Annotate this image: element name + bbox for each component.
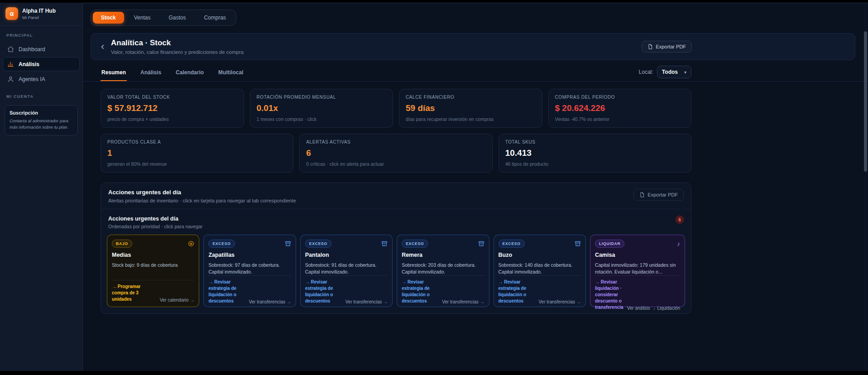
subtab-analisis[interactable]: Análisis [139, 66, 162, 81]
action-card-body: Sobrestock: 140 días de cobertura. Capit… [499, 262, 581, 275]
kpi-card-productos-clase-a[interactable]: PRODUCTOS CLASE A 1 generan el 80% del r… [101, 134, 293, 173]
subtab-multilocal[interactable]: Multilocal [217, 66, 244, 81]
kpi-sub: 1 meses con compras · click [257, 116, 387, 122]
section-account-label: MI CUENTA [0, 87, 82, 102]
document-icon [647, 44, 653, 49]
kpi-label: VALOR TOTAL DEL STOCK [107, 95, 237, 100]
kpi-sub: días para recuperar inversión en compras [406, 116, 536, 122]
alerts-count-badge: 6 [676, 216, 684, 224]
box-icon [285, 240, 291, 247]
primary-action-link[interactable]: → Revisar estrategia de liquidación o de… [305, 279, 342, 304]
arrow-down-circle-icon [188, 240, 194, 247]
top-area: Stock Ventas Gastos Compras [83, 3, 868, 26]
tab-gastos[interactable]: Gastos [160, 12, 194, 24]
action-card-pantalon[interactable]: EXCESO Pantalon Sobrestock: 91 días de c… [300, 235, 393, 307]
primary-action-link[interactable]: → Revisar estrategia de liquidación o de… [499, 279, 535, 304]
home-icon [7, 46, 14, 53]
box-icon [478, 240, 484, 247]
sidebar-item-analisis[interactable]: Análisis [3, 57, 80, 71]
sidebar: α Alpha IT Hub Mi Panel PRINCIPAL Dashbo… [0, 3, 83, 371]
kpi-sub: precio de compra × unidades [107, 116, 237, 122]
section-principal-label: PRINCIPAL [0, 26, 82, 41]
scrollbar-thumb[interactable] [864, 31, 867, 172]
export-pdf-label: Exportar PDF [656, 44, 686, 49]
sidebar-item-agentes-ia[interactable]: Agentes IA [3, 72, 80, 86]
action-card-zapatillas[interactable]: EXCESO Zapatillas Sobrestock: 97 días de… [203, 235, 296, 307]
secondary-link[interactable]: Ver transferencias → [442, 299, 484, 304]
tab-compras[interactable]: Compras [196, 12, 234, 24]
action-card-title: Camisa [595, 252, 680, 258]
actions-inner-subtitle: Ordenadas por prioridad · click para nav… [108, 224, 202, 229]
sidebar-item-label: Agentes IA [19, 76, 45, 82]
secondary-link[interactable]: Ver calendario → [160, 298, 195, 303]
secondary-link[interactable]: Ver transferencias → [249, 299, 291, 304]
actions-panel-titles: Acciones urgentes del día Alertas priori… [108, 189, 296, 203]
sub-tabs: Resumen Análisis Calendario Multilocal L… [101, 60, 691, 81]
subtab-resumen[interactable]: Resumen [101, 66, 127, 81]
local-select[interactable]: Todos ▾ [657, 66, 691, 78]
kpi-card-compras-periodo[interactable]: COMPRAS DEL PERÍODO $ 20.624.226 Ventas … [548, 89, 692, 128]
chevron-down-icon: ▾ [684, 70, 686, 75]
kpi-card-alertas-activas[interactable]: ALERTAS ACTIVAS 6 0 críticas · click en … [299, 134, 492, 173]
primary-action-link[interactable]: → Programar compra de 3 unidades [112, 284, 156, 303]
sidebar-nav: Dashboard Análisis Agentes IA [0, 41, 82, 87]
kpi-label: TOTAL SKUS [505, 139, 685, 144]
kpi-sub: Ventas -40.7% vs anterior [555, 116, 685, 122]
primary-action-link[interactable]: → Revisar estrategia de liquidación o de… [208, 279, 245, 304]
action-card-camisa[interactable]: LIQUIDAR ♪ Camisa Capital inmovilizado: … [590, 235, 685, 307]
kpi-card-total-skus[interactable]: TOTAL SKUS 10.413 46 tipos de producto [499, 134, 691, 173]
tab-ventas[interactable]: Ventas [126, 12, 159, 24]
sidebar-item-dashboard[interactable]: Dashboard [3, 42, 80, 56]
action-card-buzo[interactable]: EXCESO Buzo Sobrestock: 140 días de cobe… [494, 235, 586, 307]
subscription-title: Suscripción [10, 110, 73, 115]
page-title: Analítica · Stock [111, 38, 244, 48]
action-cards-row: BAJO Medias Stock bajo: 9 días de cobert… [101, 234, 691, 307]
tab-stock[interactable]: Stock [93, 12, 124, 24]
kpi-sub: generan el 80% del revenue [107, 161, 287, 167]
panel-export-pdf-button[interactable]: Exportar PDF [633, 189, 684, 201]
actions-panel-subtitle: Alertas prioritarias de inventario · cli… [108, 198, 296, 203]
sidebar-item-label: Dashboard [19, 46, 45, 53]
page-title-block: Analítica · Stock Valor, rotación, calce… [111, 38, 244, 55]
action-card-medias[interactable]: BAJO Medias Stock bajo: 9 días de cobert… [107, 235, 199, 307]
logo-glyph: α [10, 10, 14, 17]
kpi-card-rotacion-promedio[interactable]: ROTACIÓN PROMEDIO MENSUAL 0.01x 1 meses … [250, 89, 393, 128]
kpi-card-calce-financiero[interactable]: CALCE FINANCIERO 59 días días para recup… [399, 89, 542, 128]
primary-action-link[interactable]: → Revisar liquidación · considerar descu… [595, 279, 623, 311]
kpi-value: 0.01x [257, 103, 387, 113]
priority-badge: BAJO [112, 240, 132, 248]
document-icon [639, 192, 645, 197]
subtab-calendario[interactable]: Calendario [175, 66, 205, 81]
action-card-remera[interactable]: EXCESO Remera Sobrestock: 203 días de co… [397, 235, 489, 307]
export-pdf-button[interactable]: Exportar PDF [642, 41, 692, 53]
secondary-link[interactable]: Ver transferencias → [539, 299, 581, 304]
secondary-link[interactable]: Ver análisis → Liquidación [627, 306, 680, 311]
kpi-value: $ 20.624.226 [555, 103, 685, 113]
action-card-body: Sobrestock: 97 días de cobertura. Capita… [208, 262, 291, 275]
user-icon [7, 76, 14, 82]
actions-panel-title: Acciones urgentes del día [108, 189, 296, 196]
page-subtitle: Valor, rotación, calce financiero y pred… [111, 49, 244, 55]
bar-chart-icon [7, 61, 14, 67]
local-filter: Local: Todos ▾ [639, 66, 691, 81]
primary-action-link[interactable]: → Revisar estrategia de liquidación o de… [402, 279, 438, 304]
actions-inner-header: Acciones urgentes del día Ordenadas por … [101, 209, 691, 234]
back-button[interactable]: ‹ [101, 42, 111, 52]
secondary-link[interactable]: Ver transferencias → [345, 299, 388, 304]
kpi-card-valor-total-stock[interactable]: VALOR TOTAL DEL STOCK $ 57.912.712 preci… [101, 89, 244, 128]
kpi-value: 59 días [406, 103, 536, 113]
action-card-body: Sobrestock: 203 días de cobertura. Capit… [402, 262, 484, 275]
urgent-actions-panel: Acciones urgentes del día Alertas priori… [101, 183, 691, 314]
kpi-label: ROTACIÓN PROMEDIO MENSUAL [257, 95, 387, 100]
page-header: ‹ Analítica · Stock Valor, rotación, cal… [91, 33, 855, 60]
music-note-icon: ♪ [677, 240, 680, 247]
kpi-label: PRODUCTOS CLASE A [107, 139, 287, 144]
actions-panel-header: Acciones urgentes del día Alertas priori… [101, 183, 691, 209]
brand-text: Alpha IT Hub Mi Panel [22, 8, 56, 20]
module-tabs: Stock Ventas Gastos Compras [91, 10, 236, 26]
actions-inner-titles: Acciones urgentes del día Ordenadas por … [108, 216, 202, 229]
kpi-value: $ 57.912.712 [107, 103, 237, 113]
app-root: α Alpha IT Hub Mi Panel PRINCIPAL Dashbo… [0, 0, 868, 375]
action-card-title: Zapatillas [208, 252, 291, 258]
kpi-row-2: PRODUCTOS CLASE A 1 generan el 80% del r… [101, 134, 691, 173]
